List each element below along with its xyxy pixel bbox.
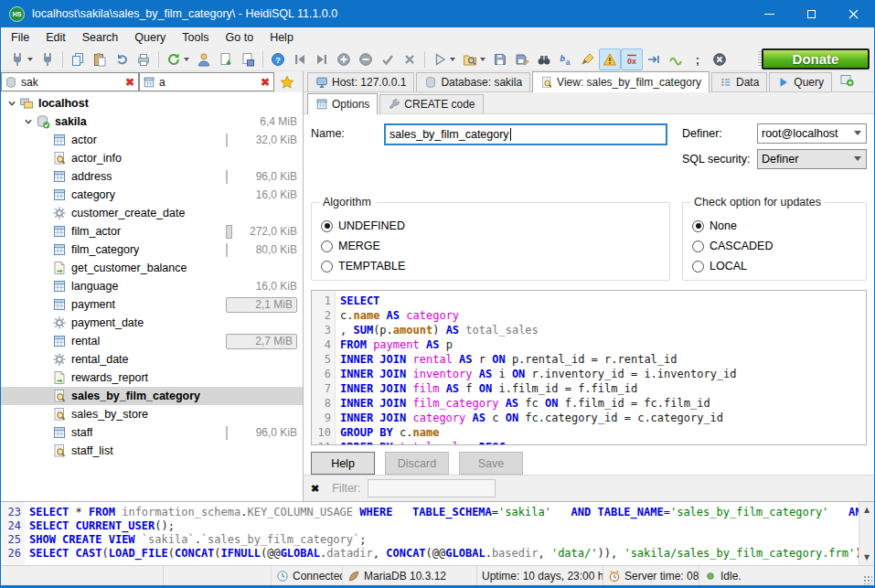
tab-view-sales-by-film-category[interactable]: View: sales_by_film_category bbox=[532, 71, 710, 92]
filter-input[interactable] bbox=[368, 479, 496, 497]
menu-go-to[interactable]: Go to bbox=[218, 29, 262, 46]
menu-help[interactable]: Help bbox=[261, 29, 302, 46]
favorites-button[interactable] bbox=[274, 75, 300, 90]
toolbar-session-manager-button[interactable] bbox=[6, 48, 37, 70]
toolbar-insert-row-button[interactable] bbox=[333, 48, 355, 70]
toolbar-paste-button[interactable] bbox=[89, 48, 111, 70]
tree-item-rewards_report[interactable]: rewards_report bbox=[1, 369, 303, 387]
close-button[interactable] bbox=[832, 0, 874, 27]
scroll-down-icon[interactable]: ▼ bbox=[864, 551, 870, 564]
toolbar-stop-button[interactable] bbox=[709, 48, 731, 70]
tree-item-sales_by_film_category[interactable]: sales_by_film_category bbox=[1, 387, 303, 405]
algorithm-undefined-radio[interactable]: UNDEFINED bbox=[321, 216, 660, 236]
toolbar-save-snippet-button[interactable] bbox=[237, 48, 259, 70]
tree-item-rental[interactable]: rental2,7 MiB bbox=[1, 332, 303, 350]
tree-item-address[interactable]: address96,0 KiB bbox=[1, 167, 303, 186]
tree-item-sakila[interactable]: sakila6,4 MiB bbox=[1, 112, 303, 131]
newtab-icon bbox=[839, 72, 854, 87]
warn-icon bbox=[603, 52, 617, 67]
toolbar-new-connection-button[interactable] bbox=[37, 48, 59, 70]
toolbar-last-row-button[interactable] bbox=[311, 48, 333, 70]
chevron-down-icon bbox=[184, 58, 189, 61]
toolbar-save-sql-as-button[interactable] bbox=[511, 48, 533, 70]
toolbar-delimiter-button[interactable] bbox=[687, 48, 709, 70]
toolbar-view-blobs-as-text-button[interactable] bbox=[599, 48, 621, 70]
tree-item-customer_create_date[interactable]: customer_create_date bbox=[1, 204, 303, 222]
toolbar-export-database-button[interactable] bbox=[215, 48, 237, 70]
menu-query[interactable]: Query bbox=[126, 29, 174, 46]
new-query-tab-button[interactable] bbox=[839, 72, 854, 91]
toolbar-binary-values-as-hex-button[interactable] bbox=[621, 48, 643, 70]
toolbar-next-result-tab-button[interactable] bbox=[643, 48, 665, 70]
tab-database-sakila[interactable]: Database: sakila bbox=[416, 72, 530, 91]
resize-grip[interactable] bbox=[863, 575, 872, 584]
tab-data[interactable]: Data bbox=[711, 72, 767, 91]
algorithm-temptable-radio[interactable]: TEMPTABLE bbox=[321, 256, 660, 276]
tree-item-get_customer_balance[interactable]: get_customer_balance bbox=[1, 259, 303, 277]
toolbar-delete-row-button[interactable] bbox=[355, 48, 377, 70]
subtab-options[interactable]: Options bbox=[307, 93, 378, 114]
tree-item-film_category[interactable]: film_category80,0 KiB bbox=[1, 241, 303, 259]
scroll-up-icon[interactable]: ▲ bbox=[864, 503, 870, 517]
clear-table-filter-icon[interactable]: ✖ bbox=[259, 76, 272, 89]
size-bar bbox=[226, 243, 228, 257]
database-filter-input[interactable]: sak ✖ bbox=[1, 72, 139, 91]
menu-tools[interactable]: Tools bbox=[174, 29, 217, 46]
toolbar-cancel-editing-button[interactable] bbox=[399, 48, 421, 70]
toolbar-execute-sql-button[interactable] bbox=[429, 48, 459, 70]
tree-item-category[interactable]: category16,0 KiB bbox=[1, 186, 303, 204]
toolbar-post-changes-button[interactable] bbox=[377, 48, 399, 70]
tree-item-payment_date[interactable]: payment_date bbox=[1, 314, 303, 332]
tree-item-localhost[interactable]: localhost bbox=[1, 94, 303, 112]
minimize-button[interactable] bbox=[748, 0, 790, 27]
subtab-create-code[interactable]: CREATE code bbox=[379, 94, 483, 113]
definer-select[interactable]: root@localhost bbox=[757, 123, 867, 144]
help-button[interactable]: Help bbox=[311, 452, 375, 475]
close-filter-icon[interactable]: ✖ bbox=[311, 483, 319, 495]
tree-item-actor[interactable]: actor32,0 KiB bbox=[1, 131, 303, 149]
toolbar-load-sql-file-button[interactable] bbox=[459, 48, 489, 70]
discard-button[interactable]: Discard bbox=[385, 452, 449, 475]
check-option-local-radio[interactable]: LOCAL bbox=[692, 256, 857, 276]
algorithm-merge-radio[interactable]: MERGE bbox=[321, 236, 660, 256]
donate-button[interactable]: Donate bbox=[762, 48, 870, 69]
menu-edit[interactable]: Edit bbox=[37, 29, 74, 46]
toolbar-bind-parameters-button[interactable] bbox=[665, 48, 687, 70]
toolbar-first-row-button[interactable] bbox=[289, 48, 311, 70]
toolbar-help-button[interactable] bbox=[267, 48, 289, 70]
toolbar-replace-text-button[interactable] bbox=[555, 48, 577, 70]
check-option-none-radio[interactable]: None bbox=[692, 216, 857, 236]
tree-item-payment[interactable]: payment2,1 MiB bbox=[1, 295, 303, 314]
tree-item-sales_by_store[interactable]: sales_by_store bbox=[1, 405, 303, 423]
menu-search[interactable]: Search bbox=[74, 29, 127, 46]
toolbar-print-button[interactable] bbox=[133, 48, 155, 70]
toolbar-undo-button[interactable] bbox=[111, 48, 133, 70]
toolbar-user-manager-button[interactable] bbox=[193, 48, 215, 70]
tree-item-staff[interactable]: staff96,0 KiB bbox=[1, 423, 303, 442]
tab-host-127-0-0-1[interactable]: Host: 127.0.0.1 bbox=[307, 72, 414, 91]
toolbar-find-text-button[interactable] bbox=[533, 48, 555, 70]
tree-item-rental_date[interactable]: rental_date bbox=[1, 350, 303, 369]
menu-file[interactable]: File bbox=[3, 29, 37, 46]
zigzag-icon bbox=[668, 52, 683, 67]
clear-database-filter-icon[interactable]: ✖ bbox=[123, 76, 136, 89]
view-name-input[interactable]: sales_by_film_category bbox=[384, 123, 667, 145]
maximize-button[interactable] bbox=[790, 0, 832, 27]
view-select-code-editor[interactable]: 1234567891011 SELECTc.name AS category, … bbox=[311, 290, 867, 445]
wrench-icon bbox=[388, 98, 400, 111]
sql-security-label: SQL security: bbox=[682, 153, 757, 166]
log-scrollbar[interactable]: ▲ ▼ bbox=[859, 502, 874, 565]
tree-item-film_actor[interactable]: film_actor272,0 KiB bbox=[1, 222, 303, 241]
table-filter-input[interactable]: a ✖ bbox=[139, 72, 274, 91]
tree-item-staff_list[interactable]: staff_list bbox=[1, 442, 303, 460]
save-button[interactable]: Save bbox=[459, 452, 523, 475]
toolbar-reformat-sql-button[interactable] bbox=[577, 48, 599, 70]
sql-security-select[interactable]: Definer bbox=[757, 149, 867, 169]
tree-item-language[interactable]: language16,0 KiB bbox=[1, 277, 303, 295]
check-option-cascaded-radio[interactable]: CASCADED bbox=[692, 236, 857, 256]
tab-query[interactable]: Query bbox=[769, 72, 832, 91]
toolbar-refresh-button[interactable] bbox=[163, 48, 193, 70]
tree-item-actor_info[interactable]: actor_info bbox=[1, 149, 303, 167]
toolbar-save-sql-button[interactable] bbox=[489, 48, 511, 70]
toolbar-copy-button[interactable] bbox=[67, 48, 89, 70]
